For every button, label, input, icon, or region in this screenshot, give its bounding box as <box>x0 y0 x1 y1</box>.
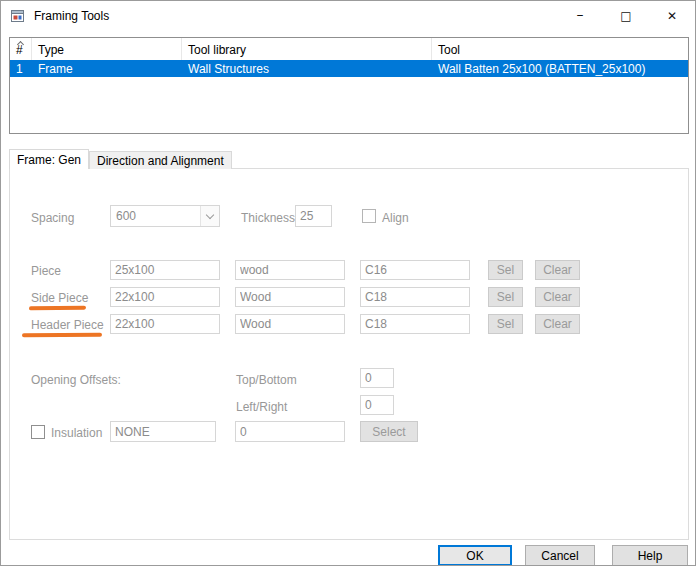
side-piece-label: Side Piece <box>31 291 88 305</box>
thickness-input <box>295 205 332 227</box>
insulation-name-input <box>110 421 216 442</box>
top-bottom-input <box>360 368 394 388</box>
align-checkbox <box>362 209 376 223</box>
cell-type: Frame <box>32 62 182 76</box>
cell-library: Wall Structures <box>182 62 432 76</box>
side-piece-sel-button: Sel <box>488 287 523 307</box>
help-button[interactable]: Help <box>612 545 688 566</box>
tool-list: # Type Tool library Tool 1 Frame Wall St… <box>9 37 689 134</box>
cell-number: 1 <box>10 62 32 76</box>
column-header-tool[interactable]: Tool <box>432 38 688 60</box>
tab-direction-and-alignment[interactable]: Direction and Alignment <box>89 151 232 169</box>
header-piece-size-input <box>110 314 220 334</box>
dropdown-arrow-icon <box>200 206 219 226</box>
header-piece-sel-button: Sel <box>488 314 523 334</box>
side-piece-clear-button: Clear <box>535 287 580 307</box>
tab-frame-gen[interactable]: Frame: Gen <box>9 149 89 169</box>
column-header-number[interactable]: # <box>10 38 32 60</box>
cell-tool: Wall Batten 25x100 (BATTEN_25x100) <box>432 62 688 76</box>
ok-button[interactable]: OK <box>438 545 512 566</box>
insulation-label: Insulation <box>51 426 102 440</box>
header-piece-grade-input <box>360 314 470 334</box>
header-piece-material-input <box>235 314 345 334</box>
insulation-checkbox[interactable] <box>31 425 45 439</box>
left-right-label: Left/Right <box>236 400 287 414</box>
spacing-label: Spacing <box>31 211 74 225</box>
annotation-underline-side-piece <box>29 306 86 311</box>
side-piece-grade-input <box>360 287 470 307</box>
tab-bar: Frame: Gen Direction and Alignment <box>9 149 232 169</box>
header-piece-clear-button: Clear <box>535 314 580 334</box>
window-controls: – □ ✕ <box>557 1 695 31</box>
close-icon[interactable]: ✕ <box>649 1 695 31</box>
window-title: Framing Tools <box>34 9 109 23</box>
spacing-dropdown: 600 <box>110 205 220 227</box>
top-bottom-label: Top/Bottom <box>236 373 297 387</box>
thickness-label: Thickness <box>241 211 295 225</box>
cancel-button[interactable]: Cancel <box>525 545 595 566</box>
left-right-input <box>360 395 394 415</box>
header-piece-label: Header Piece <box>31 318 104 332</box>
piece-grade-input <box>360 260 470 280</box>
piece-clear-button: Clear <box>535 260 580 280</box>
spacing-value: 600 <box>116 209 136 223</box>
app-icon <box>10 8 26 24</box>
align-label: Align <box>382 211 409 225</box>
side-piece-material-input <box>235 287 345 307</box>
insulation-amount-input <box>235 421 345 442</box>
tool-list-header: # Type Tool library Tool <box>10 38 688 60</box>
annotation-underline-header-piece <box>22 333 102 338</box>
minimize-icon[interactable]: – <box>557 1 603 31</box>
column-header-library[interactable]: Tool library <box>182 38 432 60</box>
piece-sel-button: Sel <box>488 260 523 280</box>
piece-size-input <box>110 260 220 280</box>
side-piece-size-input <box>110 287 220 307</box>
column-header-type[interactable]: Type <box>32 38 182 60</box>
insulation-select-button: Select <box>360 421 418 442</box>
maximize-icon[interactable]: □ <box>603 1 649 31</box>
frame-gen-panel: Spacing 600 Thickness Align Piece Sel Cl… <box>9 168 689 540</box>
framing-tools-dialog: Framing Tools – □ ✕ # Type Tool library … <box>0 0 696 566</box>
piece-material-input <box>235 260 345 280</box>
titlebar: Framing Tools – □ ✕ <box>1 1 695 31</box>
piece-label: Piece <box>31 264 61 278</box>
opening-offsets-label: Opening Offsets: <box>31 373 121 387</box>
table-row-selected[interactable]: 1 Frame Wall Structures Wall Batten 25x1… <box>10 60 688 77</box>
